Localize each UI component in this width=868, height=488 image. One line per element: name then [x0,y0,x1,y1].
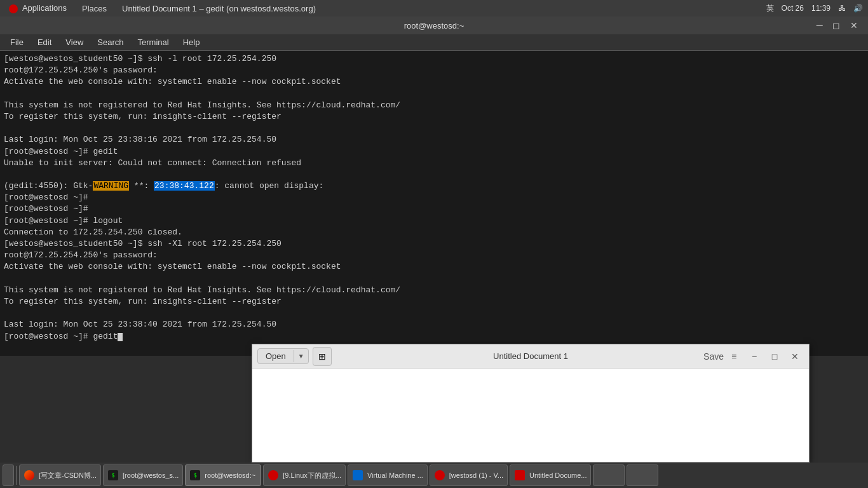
terminal-line: Activate the web console with: systemctl… [4,261,864,273]
taskbar-item-terminal1[interactable]: $ [root@westos_s... [103,464,183,486]
terminal-menubar: File Edit View Search Terminal Help [0,34,868,51]
gedit-close-button[interactable]: ✕ [786,348,804,365]
volume-icon: 🔊 [853,4,863,13]
gedit-window: Open ▼ ⊞ Untitled Document 1 Save ≡ − □ … [252,344,810,463]
linux9-icon [268,470,279,481]
taskbar-item-gedit[interactable]: Untitled Docume... [510,464,591,486]
terminal-line: Connection to 172.25.254.250 closed. [4,227,864,238]
menu-view[interactable]: View [59,36,90,48]
places-label: Places [82,4,107,13]
taskbar-item-label: [写文章-CSDN博... [39,471,97,480]
gedit-toolbar-left: Open ▼ [257,348,309,364]
taskbar-item-linux9[interactable]: [9.Linux下的虚拟... [263,464,346,486]
firefox-icon [24,470,35,481]
taskbar-item-extra2[interactable] [627,464,658,486]
applications-icon [9,4,18,13]
terminal-line [4,308,864,319]
taskbar-item-westosd[interactable]: [westosd (1) - V... [430,464,508,486]
terminal-line: [root@westosd ~]# logout [4,215,864,227]
taskbar-item-label: Untitled Docume... [529,471,587,479]
terminal-title: root@westosd:~ [404,21,465,30]
taskbar-item-label: [westosd (1) - V... [449,471,503,479]
gedit-icon [514,470,526,481]
warning-highlight: WARNING [93,181,129,191]
terminal-content[interactable]: [westos@westos_student50 ~]$ ssh -l root… [0,51,868,356]
network-icon: 🖧 [838,4,846,13]
gedit-window-buttons: Save ≡ − □ ✕ [705,348,804,365]
terminal-line: Last login: Mon Oct 25 23:38:16 2021 fro… [4,134,864,146]
gedit-title: Untitled Document 1 [493,351,568,361]
terminal-line: [root@westosd ~]# gedit [4,331,864,342]
menu-file[interactable]: File [4,36,30,48]
places-menu[interactable]: Places [78,3,111,15]
applications-label: Applications [22,3,67,13]
terminal-line: This system is not registered to Red Hat… [4,285,864,296]
menu-terminal[interactable]: Terminal [132,36,175,48]
taskbar-item-vmware[interactable]: Virtual Machine ... [348,464,428,486]
taskbar-separator [16,466,17,485]
terminal-win-buttons-right: ─ ◻ ✕ [813,20,862,30]
terminal-line: [root@westosd ~]# gedit [4,146,864,158]
system-bar: Applications Places Untitled Document 1 … [0,0,868,17]
terminal-line: Last login: Mon Oct 25 23:38:40 2021 fro… [4,319,864,330]
taskbar-item-label: root@westosd:~ [205,471,255,479]
language-indicator: 英 [766,3,774,14]
taskbar-item-label: Virtual Machine ... [367,471,423,479]
system-bar-left: Applications Places Untitled Document 1 … [5,2,320,15]
open-dropdown-button[interactable]: ▼ [294,350,308,362]
vmware-icon [352,470,363,481]
terminal-line: To register this system, run: insights-c… [4,111,864,123]
terminal-maximize-button[interactable]: ◻ [829,20,844,30]
gedit-taskbar-title[interactable]: Untitled Document 1 – gedit (on westosd.… [118,3,320,15]
terminal-line: Unable to init server: Could not connect… [4,158,864,169]
terminal2-icon: $ [189,470,201,481]
ip-highlight: 23:38:43.122 [154,181,215,191]
gedit-maximize-button[interactable]: □ [766,348,783,365]
terminal-line: [root@westosd ~]# [4,203,864,215]
taskbar-item-terminal2[interactable]: $ root@westosd:~ [185,464,261,486]
terminal-line: [westos@westos_student50 ~]$ ssh -l root… [4,53,864,65]
gedit-titlebar: Open ▼ ⊞ Untitled Document 1 Save ≡ − □ … [252,344,809,369]
terminal-line: root@172.25.254.250's password: [4,250,864,261]
terminal-line [4,88,864,100]
show-desktop-button[interactable] [3,464,14,486]
terminal-line [4,273,864,285]
taskbar: [写文章-CSDN博... $ [root@westos_s... $ root… [0,463,868,488]
menu-help[interactable]: Help [177,36,207,48]
terminal1-icon: $ [107,470,119,481]
system-date: Oct 26 [782,4,804,13]
taskbar-item-label: [root@westos_s... [123,471,179,479]
gedit-minimize-button[interactable]: − [745,348,763,365]
terminal-line: root@172.25.254.250's password: [4,65,864,76]
menu-search[interactable]: Search [91,36,130,48]
terminal-line: [root@westosd ~]# [4,192,864,203]
terminal-cursor [118,333,123,341]
terminal-line: To register this system, run: insights-c… [4,296,864,308]
gedit-taskbar-label: Untitled Document 1 – gedit (on westosd.… [122,4,316,13]
taskbar-item-label: [9.Linux下的虚拟... [283,471,341,480]
terminal-line [4,123,864,134]
system-time: 11:39 [811,4,831,13]
gedit-save-button[interactable]: Save [705,348,722,365]
system-bar-right: 英 Oct 26 11:39 🖧 🔊 [766,3,863,14]
terminal-line: (gedit:4550): Gtk-WARNING **: 23:38:43.1… [4,180,864,192]
applications-menu[interactable]: Applications [5,2,71,15]
open-button[interactable]: Open [258,349,294,363]
gedit-screenshot-button[interactable]: ⊞ [313,347,332,366]
gedit-hamburger-button[interactable]: ≡ [725,348,743,365]
terminal-minimize-button[interactable]: ─ [813,20,827,30]
terminal-window: root@westosd:~ ─ ◻ ✕ File Edit View Sear… [0,17,868,356]
terminal-line: This system is not registered to Red Hat… [4,100,864,111]
terminal-line [4,169,864,180]
terminal-line: [westos@westos_student50 ~]$ ssh -Xl roo… [4,238,864,250]
terminal-close-button[interactable]: ✕ [846,20,862,30]
terminal-titlebar: root@westosd:~ ─ ◻ ✕ [0,17,868,34]
menu-edit[interactable]: Edit [31,36,58,48]
taskbar-item-extra1[interactable] [593,464,625,486]
terminal-line: Activate the web console with: systemctl… [4,76,864,88]
westosd-icon [434,470,445,481]
taskbar-item-firefox[interactable]: [写文章-CSDN博... [19,464,101,486]
gedit-editor-area[interactable] [252,369,809,462]
